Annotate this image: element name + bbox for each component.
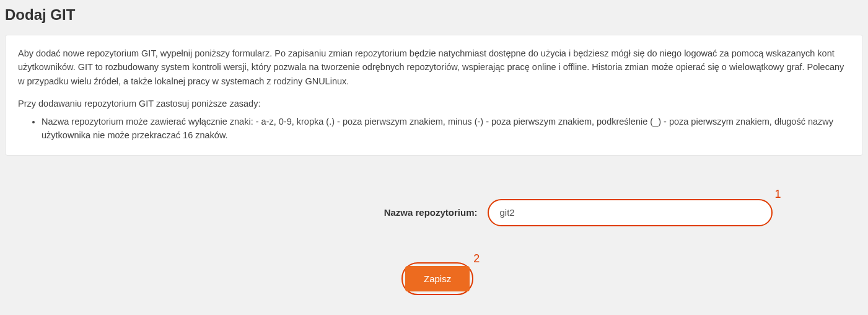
info-panel: Aby dodać nowe repozytorium GIT, wypełni… [5,35,863,156]
info-rule-item: Nazwa repozytorium może zawierać wyłączn… [42,115,850,143]
repo-name-label: Nazwa repozytorium: [96,207,488,218]
info-rules-list: Nazwa repozytorium może zawierać wyłączn… [18,115,850,143]
repo-name-row: Nazwa repozytorium: 1 [0,199,868,226]
info-paragraph-2: Przy dodawaniu repozytorium GIT zastosuj… [18,97,850,110]
annotation-2: 2 [473,252,480,265]
repo-name-input-wrap: 1 [488,199,773,226]
save-button-wrap: Zapisz 2 [401,262,473,295]
page-title: Dodaj GIT [0,0,868,35]
save-button[interactable]: Zapisz [405,266,470,291]
form-area: Nazwa repozytorium: 1 Zapisz 2 [0,180,868,308]
annotation-1: 1 [774,188,781,201]
repo-name-input[interactable] [488,199,773,226]
info-paragraph-1: Aby dodać nowe repozytorium GIT, wypełni… [18,47,850,88]
button-row: Zapisz 2 [0,262,868,295]
